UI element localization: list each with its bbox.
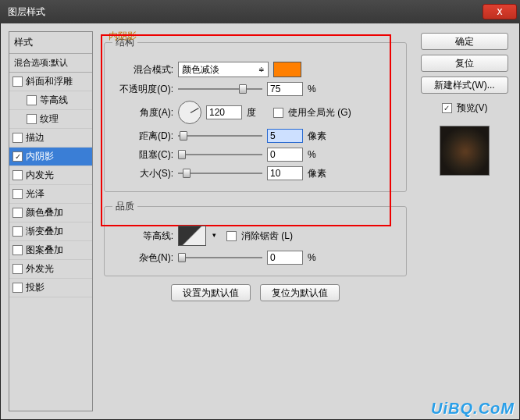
noise-input[interactable] <box>267 251 303 265</box>
reset-default-button[interactable]: 复位为默认值 <box>260 284 340 301</box>
chevron-down-icon: ▾ <box>212 231 216 239</box>
angle-dial[interactable] <box>178 101 201 124</box>
style-checkbox[interactable] <box>12 151 23 162</box>
style-checkbox[interactable] <box>12 170 23 180</box>
opacity-input[interactable] <box>267 82 303 96</box>
noise-unit: % <box>308 252 329 263</box>
choke-input[interactable] <box>267 148 303 162</box>
distance-label: 距离(D): <box>112 130 173 143</box>
watermark: UiBQ.CoM <box>431 400 515 418</box>
size-unit: 像素 <box>308 167 329 180</box>
style-checkbox[interactable] <box>12 133 23 143</box>
global-light-label: 使用全局光 (G) <box>288 106 351 119</box>
style-checkbox[interactable] <box>12 77 23 87</box>
style-item-label: 渐变叠加 <box>26 225 63 238</box>
style-item-9[interactable]: 图案叠加 <box>9 241 92 260</box>
style-checkbox[interactable] <box>12 226 23 237</box>
global-light-checkbox[interactable] <box>273 108 283 118</box>
size-slider[interactable] <box>178 168 262 179</box>
choke-unit: % <box>308 149 329 160</box>
style-item-label: 投影 <box>26 281 45 294</box>
blend-mode-dropdown[interactable]: 颜色减淡 ≑ <box>178 62 269 77</box>
antialias-checkbox[interactable] <box>226 231 237 241</box>
style-item-7[interactable]: 颜色叠加 <box>9 204 92 222</box>
blend-mode-value: 颜色减淡 <box>182 63 219 77</box>
quality-group: 品质 等高线: ▾ 消除锯齿 (L) 杂色(N): % <box>104 200 407 276</box>
style-item-label: 颜色叠加 <box>26 206 63 219</box>
noise-label: 杂色(N): <box>112 251 173 265</box>
choke-slider[interactable] <box>178 149 262 160</box>
style-checkbox[interactable] <box>12 264 23 274</box>
style-item-5[interactable]: 内发光 <box>9 166 92 185</box>
style-checkbox[interactable] <box>12 283 23 293</box>
blend-options-row[interactable]: 混合选项:默认 <box>9 54 92 73</box>
preview-label: 预览(V) <box>457 101 488 115</box>
titlebar[interactable]: 图层样式 x <box>0 0 520 23</box>
opacity-unit: % <box>308 84 329 94</box>
color-swatch[interactable] <box>273 62 301 77</box>
style-item-label: 光泽 <box>26 187 45 201</box>
contour-picker[interactable]: ▾ <box>178 226 206 246</box>
styles-header[interactable]: 样式 <box>9 32 92 54</box>
close-button[interactable]: x <box>483 4 517 20</box>
style-item-label: 描边 <box>26 131 45 144</box>
quality-legend: 品质 <box>112 200 137 213</box>
opacity-slider[interactable] <box>178 84 262 94</box>
layer-style-dialog: 图层样式 x 样式 混合选项:默认 斜面和浮雕等高线纹理描边内阴影内发光光泽颜色… <box>0 0 520 420</box>
style-item-8[interactable]: 渐变叠加 <box>9 222 92 241</box>
style-item-2[interactable]: 纹理 <box>9 110 92 129</box>
size-input[interactable] <box>267 166 303 180</box>
style-item-3[interactable]: 描边 <box>9 129 92 148</box>
style-checkbox[interactable] <box>27 95 37 105</box>
style-checkbox[interactable] <box>12 245 23 255</box>
style-item-label: 外发光 <box>26 262 54 276</box>
style-item-6[interactable]: 光泽 <box>9 185 92 204</box>
preview-thumbnail <box>440 126 490 176</box>
preview-checkbox[interactable] <box>442 103 452 113</box>
style-item-label: 等高线 <box>40 94 68 107</box>
chevron-down-icon: ≑ <box>258 66 265 73</box>
style-item-11[interactable]: 投影 <box>9 279 92 297</box>
cancel-button[interactable]: 复位 <box>421 55 508 72</box>
effect-title: 内阴影 <box>109 30 137 43</box>
make-default-button[interactable]: 设置为默认值 <box>171 284 251 301</box>
antialias-label: 消除锯齿 (L) <box>241 230 293 243</box>
style-item-label: 内发光 <box>26 169 54 182</box>
styles-list-panel: 样式 混合选项:默认 斜面和浮雕等高线纹理描边内阴影内发光光泽颜色叠加渐变叠加图… <box>9 31 93 411</box>
style-item-10[interactable]: 外发光 <box>9 260 92 279</box>
noise-slider[interactable] <box>178 252 262 263</box>
contour-label: 等高线: <box>112 230 173 243</box>
size-label: 大小(S): <box>112 167 173 180</box>
ok-button[interactable]: 确定 <box>421 33 508 50</box>
style-item-label: 内阴影 <box>26 150 54 163</box>
action-panel: 确定 复位 新建样式(W)... 预览(V) <box>418 31 511 411</box>
new-style-button[interactable]: 新建样式(W)... <box>421 77 508 94</box>
style-checkbox[interactable] <box>12 189 23 199</box>
style-item-label: 纹理 <box>40 112 59 126</box>
choke-label: 阻塞(C): <box>112 148 173 162</box>
style-item-4[interactable]: 内阴影 <box>9 148 92 166</box>
distance-input[interactable] <box>267 129 303 143</box>
style-item-label: 斜面和浮雕 <box>26 75 73 88</box>
structure-group: 结构 混合模式: 颜色减淡 ≑ 不透明度(O): % 角度(A): <box>104 36 407 192</box>
style-item-label: 图案叠加 <box>26 244 63 257</box>
dialog-body: 样式 混合选项:默认 斜面和浮雕等高线纹理描边内阴影内发光光泽颜色叠加渐变叠加图… <box>0 23 520 420</box>
distance-unit: 像素 <box>308 130 329 143</box>
blend-mode-label: 混合模式: <box>112 63 173 77</box>
style-checkbox[interactable] <box>27 114 37 124</box>
angle-label: 角度(A): <box>112 106 173 119</box>
opacity-label: 不透明度(O): <box>112 83 173 96</box>
angle-input[interactable] <box>206 105 242 119</box>
settings-panel: 内阴影 结构 混合模式: 颜色减淡 ≑ 不透明度(O): % <box>98 31 413 411</box>
style-item-0[interactable]: 斜面和浮雕 <box>9 73 92 91</box>
style-item-1[interactable]: 等高线 <box>9 91 92 110</box>
window-title: 图层样式 <box>8 5 483 19</box>
angle-unit: 度 <box>247 106 269 119</box>
distance-slider[interactable] <box>178 130 262 141</box>
style-checkbox[interactable] <box>12 208 23 218</box>
